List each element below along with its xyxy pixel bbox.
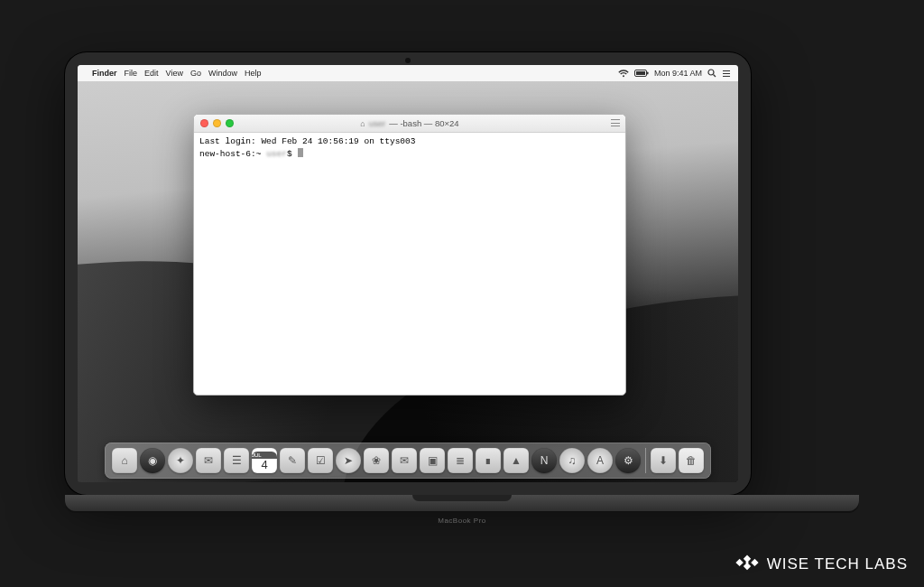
terminal-title: ⌂ user — -bash — 80×24 [360,118,458,128]
battery-icon[interactable] [634,70,649,77]
dock-safari[interactable]: ✦ [168,448,193,473]
dock-news[interactable]: N [531,448,557,473]
terminal-content[interactable]: Last login: Wed Feb 24 10:56:19 on ttys0… [194,133,625,395]
window-zoom-button[interactable] [226,119,234,127]
dock-finder[interactable]: ⌂ [112,448,137,473]
menubar: Finder File Edit View Go Window Help Mon… [78,65,738,81]
menu-go[interactable]: Go [190,69,201,78]
svg-line-4 [714,75,716,78]
dock-launchpad[interactable]: ◉ [140,448,165,473]
notification-center-icon[interactable] [722,70,731,78]
dock-facetime[interactable]: ▣ [420,448,445,473]
dock-downloads[interactable]: ⬇ [651,448,676,473]
svg-marker-11 [751,559,758,566]
terminal-tabs-icon[interactable] [611,119,620,126]
menu-file[interactable]: File [125,69,138,78]
dock-reminders[interactable]: ☑ [308,448,333,473]
menu-help[interactable]: Help [245,69,262,78]
watermark: WISE TECH LABS [735,554,908,574]
dock-separator [645,448,646,473]
app-menu[interactable]: Finder [92,69,117,78]
terminal-prompt-host: new-host-6:~ [199,149,266,159]
watermark-text: WISE TECH LABS [767,555,908,573]
svg-point-12 [745,561,748,564]
terminal-last-login: Last login: Wed Feb 24 10:56:19 on ttys0… [199,136,415,146]
screen: Finder File Edit View Go Window Help Mon… [78,65,738,482]
dock-keynote[interactable]: ▲ [504,448,529,473]
menu-window[interactable]: Window [208,69,237,78]
dock-photos[interactable]: ❀ [364,448,389,473]
dock-trash[interactable]: 🗑 [679,448,704,473]
svg-marker-8 [735,559,743,566]
dock-mail[interactable]: ✉ [196,448,221,473]
terminal-cursor [298,148,303,157]
dock-calendar[interactable]: JUL4 [252,448,277,473]
window-minimize-button[interactable] [213,119,221,127]
dock: ⌂◉✦✉☰JUL4✎☑➤❀✉▣≣∎▲N♫A⚙⬇🗑 [105,443,711,479]
window-close-button[interactable] [200,119,208,127]
svg-point-3 [708,70,714,75]
menu-view[interactable]: View [166,69,183,78]
macbook-frame: Finder File Edit View Go Window Help Mon… [65,52,859,511]
home-icon: ⌂ [360,119,365,128]
dock-contacts[interactable]: ☰ [224,448,249,473]
watermark-logo-icon [735,554,760,574]
dock-numbers[interactable]: ∎ [476,448,501,473]
wifi-icon[interactable] [618,70,629,78]
dock-appstore[interactable]: A [587,448,613,473]
svg-rect-2 [647,72,649,75]
dock-pages[interactable]: ≣ [448,448,473,473]
terminal-titlebar[interactable]: ⌂ user — -bash — 80×24 [194,115,625,133]
menu-edit[interactable]: Edit [144,69,159,78]
dock-itunes[interactable]: ♫ [559,448,585,473]
dock-maps[interactable]: ➤ [336,448,361,473]
menubar-clock[interactable]: Mon 9:41 AM [654,69,702,78]
dock-preferences[interactable]: ⚙ [615,448,641,473]
svg-rect-1 [636,71,645,75]
terminal-window[interactable]: ⌂ user — -bash — 80×24 Last login: Wed F… [193,114,626,396]
dock-notes[interactable]: ✎ [280,448,305,473]
camera-dot [405,58,411,63]
macbook-model-label: MacBook Pro [438,517,486,525]
macbook-base: MacBook Pro [65,495,859,511]
dock-messages[interactable]: ✉ [392,448,417,473]
spotlight-icon[interactable] [707,69,716,78]
